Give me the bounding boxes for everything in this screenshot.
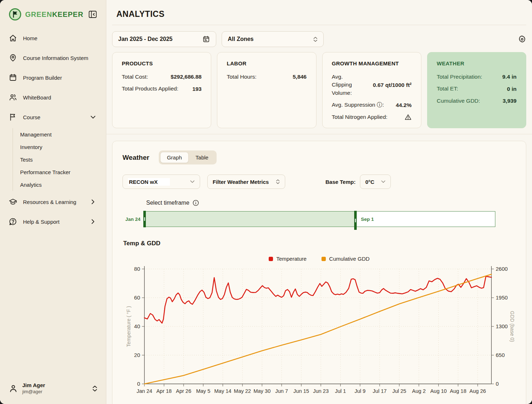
svg-text:May 22: May 22 — [234, 388, 251, 394]
sidebar-item-label: Home — [23, 35, 37, 41]
timeframe-label-row: Select timeframe — [146, 200, 516, 206]
weather-panel: Weather Graph Table RECON wX Filter Weat… — [112, 141, 526, 404]
date-range-value: Jan 2025 - Dec 2025 — [118, 36, 172, 42]
sidebar-item-label: Program Builder — [23, 75, 62, 81]
stat-row: Total Cost: $292,686.88 — [122, 73, 202, 81]
svg-text:Jul 9: Jul 9 — [355, 388, 366, 394]
growth-management-card: GROWTH MANAGEMENT Avg. Clipping Volume: … — [322, 52, 421, 128]
legend-temperature: Temperature — [269, 256, 306, 262]
svg-text:650: 650 — [496, 352, 505, 358]
header-divider — [112, 25, 526, 25]
svg-text:Aug 26: Aug 26 — [469, 388, 486, 394]
sidebar-item-analytics[interactable]: Analytics — [20, 178, 97, 191]
svg-text:Aug 18: Aug 18 — [450, 388, 466, 394]
sidebar-item-whiteboard[interactable]: WhiteBoard — [9, 93, 97, 102]
chevron-up-down-icon — [276, 179, 280, 185]
gdd-swatch — [321, 257, 326, 261]
card-title: GROWTH MANAGEMENT — [332, 60, 412, 66]
brand-green: GREEN — [25, 10, 52, 18]
svg-text:1300: 1300 — [496, 323, 508, 329]
temperature-swatch — [269, 257, 273, 261]
tab-table[interactable]: Table — [189, 152, 215, 163]
temp-gdd-chart: Jan 24Apr 18Apr 26May 5May 14May 22May 3… — [122, 265, 517, 397]
stat-label: Total Hours: — [227, 73, 256, 81]
timeframe-slider[interactable]: Sep 1 — [143, 211, 495, 227]
labor-card: LABOR Total Hours: 5,846 — [217, 52, 316, 128]
stat-value: 3,939 — [503, 98, 517, 104]
stat-label: Total Cost: — [122, 73, 148, 81]
sidebar-item-course[interactable]: Course — [9, 113, 97, 121]
sidebar-item-performance-tracker[interactable]: Performance Tracker — [20, 166, 97, 178]
svg-text:Apr 26: Apr 26 — [176, 388, 191, 394]
calendar-icon — [9, 73, 17, 82]
card-title: LABOR — [227, 60, 306, 66]
user-menu[interactable]: Jim Ager jim@ager — [9, 382, 97, 395]
sidebar-item-label: Help & Support — [23, 219, 60, 225]
chart-area: Jan 24Apr 18Apr 26May 5May 14May 22May 3… — [122, 265, 516, 398]
weather-metrics-filter[interactable]: Filter Weather Metrics — [207, 175, 285, 189]
weather-metrics-filter-label: Filter Weather Metrics — [213, 179, 269, 185]
gear-icon — [518, 35, 526, 43]
sidebar-item-home[interactable]: Home — [9, 34, 97, 42]
global-filters-row: Jan 2025 - Dec 2025 All Zones — [112, 31, 526, 47]
station-select[interactable]: RECON wX — [122, 175, 200, 189]
sidebar-item-tests[interactable]: Tests — [20, 153, 97, 166]
user-email: jim@ager — [22, 389, 45, 395]
stat-label: Total Precipitation: — [437, 73, 482, 81]
svg-text:Jan 24: Jan 24 — [137, 388, 152, 394]
stat-value: 0 in — [507, 86, 517, 92]
info-icon[interactable] — [193, 200, 199, 206]
date-range-picker[interactable]: Jan 2025 - Dec 2025 — [112, 31, 216, 47]
chevron-down-icon — [381, 180, 385, 183]
sidebar-item-help-support[interactable]: Help & Support — [9, 217, 97, 226]
chevron-right-icon — [89, 199, 97, 204]
sidebar-item-management[interactable]: Management — [20, 128, 97, 141]
sidebar-item-course-information-system[interactable]: Course Information System — [9, 54, 97, 62]
svg-text:Aug 10: Aug 10 — [430, 388, 447, 394]
products-card: PRODUCTS Total Cost: $292,686.88 Total P… — [112, 52, 211, 128]
chart-title: Temp & GDD — [123, 240, 516, 247]
chevron-up-down-icon — [313, 36, 318, 42]
base-temp-select[interactable]: 0°C — [360, 175, 391, 189]
sidebar-item-program-builder[interactable]: Program Builder — [9, 73, 97, 82]
card-title: PRODUCTS — [122, 60, 202, 66]
legend-label: Temperature — [276, 256, 306, 262]
help-chat-icon — [9, 217, 17, 226]
summary-cards-row: PRODUCTS Total Cost: $292,686.88 Total P… — [112, 52, 526, 128]
svg-text:Jul 17: Jul 17 — [373, 388, 387, 394]
sidebar: GREENKEEPER Home Course Information Syst… — [0, 0, 106, 404]
base-temp-value: 0°C — [365, 179, 374, 185]
slider-handle-start[interactable] — [143, 211, 146, 227]
stat-label: Total Products Applied: — [122, 85, 179, 93]
settings-button[interactable] — [518, 35, 526, 43]
user-name: Jim Ager — [22, 382, 45, 389]
stat-label: Total ET: — [437, 85, 458, 93]
legend-cumulative-gdd: Cumulative GDD — [321, 256, 370, 262]
stat-value: 193 — [192, 86, 202, 92]
home-icon — [9, 34, 17, 42]
svg-text:Jun 15: Jun 15 — [293, 388, 309, 394]
greenkeeper-logo-icon — [9, 8, 22, 21]
sidebar-item-label: Course Information System — [23, 55, 88, 61]
weather-filters-row: RECON wX Filter Weather Metrics Base Tem… — [122, 175, 516, 189]
chart-legend: Temperature Cumulative GDD — [122, 256, 516, 262]
sidebar-item-inventory[interactable]: Inventory — [20, 141, 97, 153]
stat-value: 44.2% — [396, 102, 412, 108]
stat-row: Total ET: 0 in — [437, 85, 517, 93]
course-submenu: Management Inventory Tests Performance T… — [13, 128, 97, 191]
svg-text:May 30: May 30 — [254, 388, 271, 394]
stat-value: 5,846 — [293, 74, 307, 80]
svg-text:May 14: May 14 — [214, 388, 232, 394]
sidebar-item-resources-learning[interactable]: Resources & Learning — [9, 198, 97, 206]
stat-label: Cumulative GDD: — [437, 97, 480, 105]
slider-handle-end[interactable] — [354, 211, 357, 230]
location-pin-icon — [9, 54, 17, 62]
main-content: ANALYTICS Jan 2025 - Dec 2025 All Zones … — [106, 0, 532, 404]
tab-graph[interactable]: Graph — [160, 152, 189, 163]
stat-label: Total Nitrogen Applied: — [332, 113, 388, 121]
section-divider — [106, 134, 532, 134]
zone-filter-select[interactable]: All Zones — [222, 31, 324, 47]
stat-row: Avg. Clipping Volume: 0.67 qt/1000 ft² — [332, 73, 412, 97]
collapse-sidebar-button[interactable] — [88, 10, 97, 19]
weather-section-title: Weather — [122, 154, 149, 162]
